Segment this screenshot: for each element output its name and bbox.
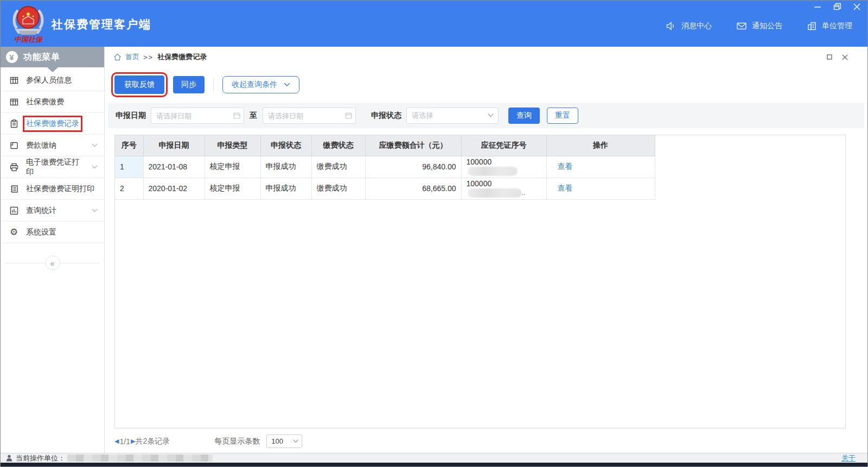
mail-icon (737, 22, 746, 30)
toolbar: 获取反馈 同步 收起查询条件 (114, 75, 299, 94)
cell-declare-type: 核定申报 (205, 178, 260, 199)
declare-status-select[interactable]: 请选择 (406, 108, 499, 124)
collapse-query-conditions-button[interactable]: 收起查询条件 (222, 76, 299, 93)
nav-unit-management[interactable]: 单位管理 (807, 21, 852, 31)
cell-declare-status: 申报成功 (260, 178, 311, 199)
cell-seq: 1 (115, 156, 143, 178)
cell-declare-date: 2021-01-08 (143, 156, 205, 178)
sidebar-item-insured-person-info[interactable]: 参保人员信息 (1, 70, 104, 91)
query-filter-bar: 申报日期 至 申报状态 请选 (108, 103, 864, 128)
sidebar-item-payment-records[interactable]: 社保费缴费记录 (1, 113, 104, 135)
chevron-down-icon (293, 439, 298, 443)
chevron-down-icon (488, 113, 494, 117)
status-bar: 当前操作单位： 关于 (1, 453, 867, 463)
date-from-field (151, 108, 244, 124)
sidebar-item-label: 社保费缴费记录 (26, 119, 79, 129)
records-table-container: 序号 申报日期 申报类型 申报状态 缴费状态 应缴费额合计（元） 应征凭证序号 … (114, 135, 846, 428)
chevron-down-icon (284, 83, 290, 87)
printer-icon (9, 162, 18, 172)
window-controls (813, 2, 861, 11)
cell-voucher-no: 100000 (461, 156, 546, 178)
sidebar-item-payment-certificate-print[interactable]: 社保费缴费证明打印 (1, 178, 104, 200)
panel-controls (826, 54, 848, 60)
sidebar-item-query-statistics[interactable]: 查询统计 (1, 200, 104, 222)
nav-notice-bulletin[interactable]: 通知公告 (737, 21, 782, 31)
voucher-suffix: .. (522, 189, 526, 197)
sidebar-collapse-row: « (1, 251, 104, 275)
app-window: 中国社保 社保费管理客户端 (0, 0, 868, 467)
voucher-redaction (468, 167, 518, 176)
app-title: 社保费管理客户端 (52, 17, 151, 32)
sidebar-item-system-settings[interactable]: ⚙ 系统设置 (1, 222, 104, 243)
header-nav: 消息中心 通知公告 单 (666, 21, 852, 31)
operator-name-redaction (67, 455, 213, 462)
panel-maximize-icon[interactable] (826, 54, 833, 60)
sidebar-item-label: 系统设置 (26, 228, 56, 237)
card-icon (9, 141, 18, 150)
date-from-input[interactable] (151, 108, 244, 124)
sidebar-header: ¥ 功能菜单 (1, 47, 104, 67)
sidebar: ¥ 功能菜单 参保人员信息 社保费缴费 (1, 47, 105, 453)
restore-window-icon[interactable] (833, 2, 841, 11)
col-seq: 序号 (115, 135, 143, 156)
gear-icon: ⚙ (9, 228, 18, 237)
breadcrumb: 首页 >> 社保费缴费记录 (105, 47, 867, 67)
sidebar-item-e-voucher-print[interactable]: 电子缴费凭证打印 (1, 156, 104, 178)
sidebar-item-label: 查询统计 (26, 206, 56, 216)
get-feedback-button[interactable]: 获取反馈 (114, 75, 164, 94)
cell-declare-type: 核定申报 (205, 156, 260, 178)
minimize-icon[interactable] (813, 2, 822, 11)
panel-close-icon[interactable] (841, 54, 848, 60)
table-grid-icon (9, 97, 18, 106)
sidebar-item-social-fee-payment[interactable]: 社保费缴费 (1, 91, 104, 113)
cell-voucher-no: 100000.. (461, 178, 546, 199)
close-window-icon[interactable] (852, 2, 861, 11)
sync-button[interactable]: 同步 (173, 76, 205, 93)
nav-message-center[interactable]: 消息中心 (666, 21, 712, 31)
per-page-select[interactable]: 100 (266, 434, 302, 448)
chevron-down-icon (92, 209, 98, 212)
bottom-strip (1, 463, 867, 466)
table-row: 2 2020-01-02 核定申报 申报成功 缴费成功 68,665.00 10… (115, 178, 655, 199)
cell-actions: 查看 (546, 178, 655, 199)
col-declare-status: 申报状态 (260, 135, 311, 156)
per-page-label: 每页显示条数 (214, 437, 260, 446)
current-operator-label: 当前操作单位： (16, 453, 65, 463)
chevron-down-icon (92, 143, 98, 147)
cell-seq: 2 (115, 178, 143, 199)
nav-label: 消息中心 (681, 21, 712, 31)
svg-text:中国社保: 中国社保 (14, 35, 43, 43)
col-voucher-no: 应征凭证序号 (461, 135, 546, 156)
sidebar-collapse-button[interactable]: « (45, 256, 60, 270)
calendar-icon[interactable] (233, 112, 240, 119)
nav-label: 通知公告 (752, 21, 782, 31)
sidebar-item-label: 电子缴费凭证打印 (26, 157, 84, 177)
nav-label: 单位管理 (822, 21, 852, 31)
calendar-icon[interactable] (345, 112, 352, 119)
table-header-row: 序号 申报日期 申报类型 申报状态 缴费状态 应缴费额合计（元） 应征凭证序号 … (115, 135, 655, 156)
date-to-field (263, 108, 356, 124)
voucher-redaction (468, 188, 522, 198)
prev-page-icon[interactable]: ◀ (114, 438, 119, 445)
sidebar-item-label: 参保人员信息 (26, 75, 72, 85)
per-page-value: 100 (271, 437, 283, 445)
next-page-icon[interactable]: ▶ (131, 438, 135, 445)
date-to-input[interactable] (263, 108, 356, 124)
breadcrumb-current: 社保费缴费记录 (157, 52, 207, 62)
reset-button[interactable]: 重置 (547, 108, 578, 124)
breadcrumb-home-link[interactable]: 首页 (125, 52, 139, 62)
view-link[interactable]: 查看 (558, 162, 573, 171)
query-button[interactable]: 查询 (508, 108, 540, 124)
clipboard-icon (9, 119, 18, 128)
sidebar-item-fee-payment[interactable]: 费款缴纳 (1, 135, 104, 156)
building-icon (807, 22, 816, 30)
view-link[interactable]: 查看 (558, 184, 573, 192)
bar-chart-icon (9, 206, 18, 215)
declare-status-label: 申报状态 (371, 111, 401, 121)
range-to-label: 至 (250, 111, 257, 121)
table-grid-icon (9, 75, 18, 85)
about-link[interactable]: 关于 (841, 453, 856, 463)
sidebar-item-label: 社保费缴费证明打印 (26, 184, 94, 194)
yuan-badge-icon: ¥ (6, 51, 18, 63)
voucher-prefix: 100000 (467, 179, 492, 188)
